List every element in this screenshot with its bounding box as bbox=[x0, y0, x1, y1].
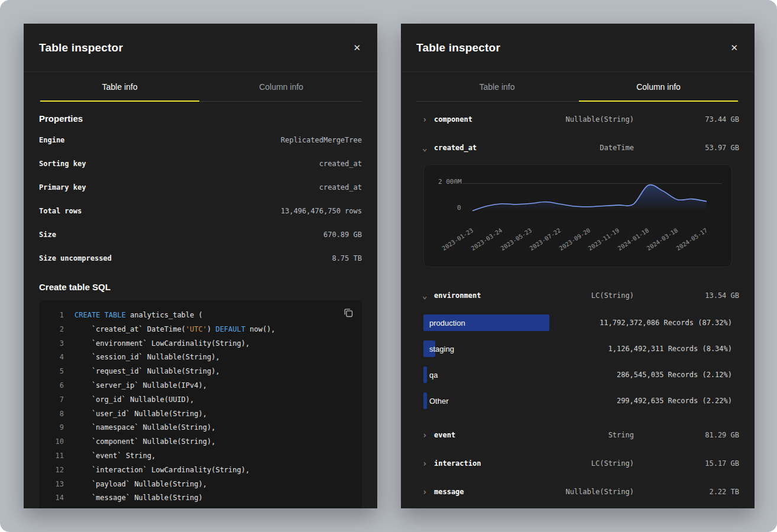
x-axis-tick-label: 2023-05-23 bbox=[500, 227, 533, 252]
sql-line-code: ) ENGINE = ReplicatedMergeTree('/clickho… bbox=[75, 505, 377, 508]
column-size: 73.44 GB bbox=[634, 115, 739, 124]
x-axis-labels: 2023-01-232023-03-242023-05-232023-07-22… bbox=[465, 217, 714, 262]
y-axis-label-zero: 0 bbox=[457, 204, 461, 212]
column-name: message bbox=[434, 488, 516, 496]
column-row-interaction[interactable]: ›interactionLC(String)15.17 GB bbox=[416, 449, 739, 478]
column-type: Nullable(String) bbox=[516, 488, 634, 496]
sql-line-number: 4 bbox=[45, 351, 64, 365]
chevron-down-icon[interactable]: ⌄ bbox=[416, 143, 434, 153]
sql-line-code: `session_id` Nullable(String), bbox=[75, 351, 220, 365]
create-table-sql-heading: Create table SQL bbox=[39, 282, 362, 292]
sql-line-number: 2 bbox=[45, 323, 64, 337]
column-name: interaction bbox=[434, 459, 516, 468]
sql-line-number: 12 bbox=[45, 463, 64, 478]
close-icon[interactable]: ✕ bbox=[729, 41, 739, 54]
environment-value-row: Other299,492,635 Records (2.22%) bbox=[423, 388, 732, 414]
chevron-down-icon[interactable]: ⌄ bbox=[416, 291, 434, 300]
sql-line-number: 1 bbox=[45, 309, 64, 323]
property-value: 13,496,476,750 rows bbox=[281, 207, 362, 215]
sql-line: 15) ENGINE = ReplicatedMergeTree('/click… bbox=[45, 505, 352, 508]
properties-list: EngineReplicatedMergeTreeSorting keycrea… bbox=[39, 128, 362, 270]
sql-line-code: `event` String, bbox=[75, 449, 156, 463]
sql-line: 6 `server_ip` Nullable(IPv4), bbox=[45, 379, 352, 393]
column-name: component bbox=[434, 115, 516, 124]
tab-bar: Table info Column info bbox=[39, 72, 362, 102]
environment-value-row: staging1,126,492,311 Records (8.34%) bbox=[423, 336, 732, 362]
tab-table-info[interactable]: Table info bbox=[416, 72, 578, 101]
x-axis-tick-label: 2023-03-24 bbox=[470, 227, 503, 252]
tab-table-info[interactable]: Table info bbox=[39, 72, 200, 101]
x-axis-tick-label: 2023-07-22 bbox=[529, 227, 562, 252]
value-records: 11,792,372,086 Records (87.32%) bbox=[600, 319, 732, 327]
sql-line-number: 15 bbox=[45, 505, 64, 508]
column-name: environment bbox=[434, 291, 516, 300]
value-label: qa bbox=[423, 371, 617, 379]
sql-line: 10 `component` Nullable(String), bbox=[45, 435, 352, 449]
copy-icon[interactable] bbox=[342, 306, 355, 319]
property-value: 670.89 GB bbox=[323, 231, 362, 239]
sql-line: 1CREATE TABLE analytics_table ( bbox=[45, 309, 352, 323]
column-list: ›componentNullable(String)73.44 GB⌄creat… bbox=[401, 102, 755, 506]
chevron-right-icon[interactable]: › bbox=[416, 115, 434, 124]
value-label: staging bbox=[423, 345, 608, 353]
sql-line-code: `org_id` Nullable(UUID), bbox=[75, 393, 194, 407]
environment-value-row: production11,792,372,086 Records (87.32%… bbox=[423, 310, 732, 336]
tab-column-info[interactable]: Column info bbox=[578, 72, 739, 101]
property-value: created_at bbox=[319, 160, 362, 168]
sql-line-code: `created_at` DateTime('UTC') DEFAULT now… bbox=[75, 323, 276, 337]
chevron-right-icon[interactable]: › bbox=[416, 430, 434, 440]
sql-line: 13 `payload` Nullable(String), bbox=[45, 478, 352, 492]
column-row-environment[interactable]: ⌄environmentLC(String)13.54 GB bbox=[416, 281, 739, 310]
sql-code-block: 1CREATE TABLE analytics_table (2 `create… bbox=[39, 300, 362, 508]
property-row: Size670.89 GB bbox=[39, 223, 362, 246]
property-row: Size uncompressed8.75 TB bbox=[39, 246, 362, 270]
sql-line: 7 `org_id` Nullable(UUID), bbox=[45, 393, 352, 407]
dialog-header: Table inspector ✕ bbox=[401, 24, 755, 72]
property-value: 8.75 TB bbox=[332, 254, 362, 262]
environment-top-values: production11,792,372,086 Records (87.32%… bbox=[423, 310, 732, 414]
sql-line: 2 `created_at` DateTime('UTC') DEFAULT n… bbox=[45, 323, 352, 337]
sql-line: 12 `interaction` LowCardinality(String), bbox=[45, 463, 352, 478]
property-label: Engine bbox=[39, 136, 64, 144]
close-icon[interactable]: ✕ bbox=[352, 41, 362, 54]
sql-lines: 1CREATE TABLE analytics_table (2 `create… bbox=[45, 309, 352, 508]
property-row: Primary keycreated_at bbox=[39, 176, 362, 199]
property-label: Size bbox=[39, 231, 56, 239]
sql-line-code: `request_id` Nullable(String), bbox=[75, 365, 220, 379]
tab-column-info[interactable]: Column info bbox=[200, 72, 362, 101]
sql-line-number: 11 bbox=[45, 449, 64, 463]
column-row-message[interactable]: ›messageNullable(String)2.22 TB bbox=[416, 478, 739, 506]
dialog-header: Table inspector ✕ bbox=[24, 24, 377, 72]
property-value: ReplicatedMergeTree bbox=[281, 136, 362, 144]
property-row: EngineReplicatedMergeTree bbox=[39, 128, 362, 152]
dialog-title: Table inspector bbox=[39, 41, 123, 54]
column-row-event[interactable]: ›eventString81.29 GB bbox=[416, 421, 739, 449]
sql-line-code: `user_id` Nullable(String), bbox=[75, 407, 207, 421]
x-axis-tick-label: 2024-01-18 bbox=[617, 227, 650, 252]
table-inspector-dialog-left: Table inspector ✕ Table info Column info… bbox=[24, 24, 377, 508]
column-type: DateTime bbox=[516, 144, 634, 152]
sql-line: 5 `request_id` Nullable(String), bbox=[45, 365, 352, 379]
y-axis-label-max: 2 000M bbox=[438, 178, 462, 186]
column-row-component[interactable]: ›componentNullable(String)73.44 GB bbox=[416, 105, 739, 134]
column-row-created_at[interactable]: ⌄created_atDateTime53.97 GB bbox=[416, 134, 739, 162]
x-axis-tick-label: 2023-01-23 bbox=[441, 227, 474, 252]
sql-line-number: 14 bbox=[45, 491, 64, 505]
sql-line: 8 `user_id` Nullable(String), bbox=[45, 407, 352, 421]
property-label: Total rows bbox=[39, 207, 82, 215]
sql-line-code: `interaction` LowCardinality(String), bbox=[75, 463, 250, 478]
table-inspector-dialog-right: Table inspector ✕ Table info Column info… bbox=[401, 24, 755, 508]
sql-line-number: 3 bbox=[45, 337, 64, 351]
copy-icon-glyph bbox=[343, 307, 354, 318]
chevron-right-icon[interactable]: › bbox=[416, 487, 434, 497]
value-records: 1,126,492,311 Records (8.34%) bbox=[608, 345, 732, 353]
sql-line-number: 13 bbox=[45, 478, 64, 492]
tab-bar: Table info Column info bbox=[416, 72, 739, 102]
sql-line-code: `namespace` Nullable(String), bbox=[75, 421, 215, 435]
page-background: Table inspector ✕ Table info Column info… bbox=[0, 0, 777, 532]
value-records: 286,545,035 Records (2.12%) bbox=[617, 371, 732, 379]
dialog-title: Table inspector bbox=[416, 41, 500, 54]
sql-line-code: `payload` Nullable(String), bbox=[75, 478, 207, 492]
chevron-right-icon[interactable]: › bbox=[416, 459, 434, 468]
area-line-plot bbox=[465, 180, 714, 213]
